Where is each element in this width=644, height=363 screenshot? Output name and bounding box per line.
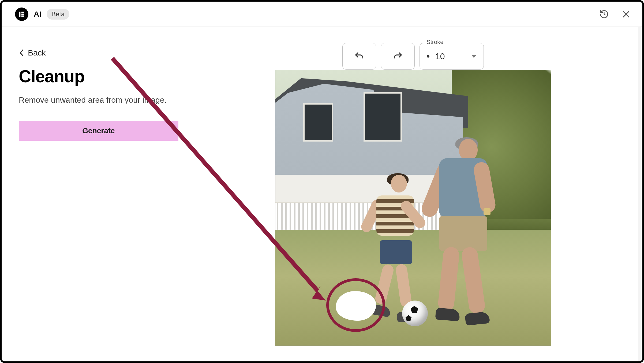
scrollbar[interactable] — [638, 27, 641, 361]
svg-rect-3 — [21, 15, 24, 17]
generate-button[interactable]: Generate — [19, 121, 178, 141]
stroke-dot-icon — [427, 55, 429, 58]
scene-window — [364, 92, 402, 142]
app-header: AI Beta — [2, 2, 642, 27]
svg-rect-0 — [19, 12, 21, 17]
history-icon[interactable] — [598, 9, 610, 20]
main-content: Back Cleanup Remove unwanted area from y… — [2, 27, 642, 361]
back-label: Back — [28, 48, 46, 57]
undo-button[interactable] — [342, 43, 376, 70]
redo-button[interactable] — [381, 43, 415, 70]
header-right — [598, 9, 632, 20]
left-panel: Back Cleanup Remove unwanted area from y… — [2, 27, 184, 361]
page-subtitle: Remove unwanted area from your image. — [19, 94, 167, 106]
elementor-logo-icon — [15, 8, 28, 21]
close-icon[interactable] — [620, 9, 632, 20]
image-canvas[interactable] — [275, 70, 551, 346]
back-button[interactable]: Back — [19, 48, 167, 57]
stroke-select[interactable]: 10 — [420, 43, 484, 70]
redo-icon — [392, 51, 403, 62]
stroke-value: 10 — [435, 51, 471, 61]
image-content — [275, 70, 551, 346]
stroke-select-wrap: Stroke 10 — [420, 43, 484, 70]
scene-window — [303, 103, 333, 142]
scene-soccer-ball — [402, 301, 428, 326]
svg-rect-2 — [21, 13, 24, 15]
svg-rect-1 — [21, 12, 24, 13]
undo-icon — [354, 51, 365, 62]
header-left: AI Beta — [15, 8, 69, 21]
chevron-left-icon — [19, 49, 24, 57]
ai-label: AI — [34, 10, 41, 18]
annotation-circle — [326, 278, 385, 332]
stroke-legend: Stroke — [424, 39, 446, 46]
page-title: Cleanup — [19, 66, 167, 86]
beta-badge: Beta — [47, 9, 69, 20]
editor-area: Stroke 10 — [184, 27, 642, 361]
editor-toolbar: Stroke 10 — [342, 43, 484, 70]
chevron-down-icon — [471, 55, 477, 58]
scene-man — [424, 139, 507, 332]
